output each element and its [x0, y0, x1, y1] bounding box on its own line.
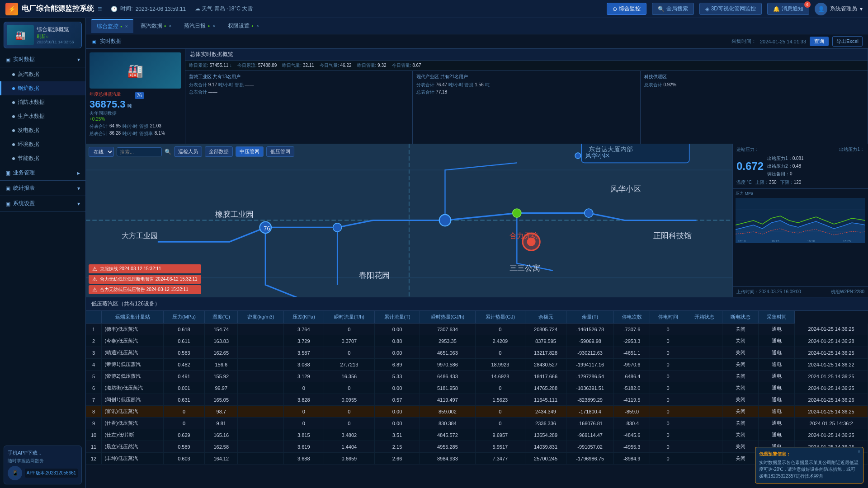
- table-cell: 0.583: [163, 347, 204, 359]
- col-time: 采集时间: [759, 311, 795, 324]
- header-nav: ⊙ 综合监控 🔍 全局搜索 ◈ 3D可视化管网监控 🔔 消息通知 6 👤 系统管…: [607, 3, 863, 15]
- svg-point-6: [439, 215, 451, 226]
- table-row[interactable]: 8(富讯)低压蒸汽098.7000.00859.00202434.349-171…: [86, 406, 868, 418]
- table-cell: [686, 335, 722, 347]
- user-area[interactable]: 👤 系统管理员 ▾: [815, 3, 863, 15]
- sidebar-item-prod-water[interactable]: 生产水数据: [0, 109, 85, 123]
- table-cell: 关闭: [722, 406, 759, 418]
- alert-icon-1: ⚠: [92, 266, 97, 272]
- table-cell: [238, 418, 283, 429]
- table-cell: 0: [650, 324, 686, 335]
- weather-temp: -18°C: [226, 5, 241, 12]
- svg-text:风华小区: 风华小区: [585, 152, 610, 159]
- map-btn-patrol[interactable]: 巡检人员: [174, 146, 202, 157]
- table-cell: 关闭: [722, 453, 759, 465]
- table-cell: -1297286.54: [566, 371, 614, 382]
- table-row[interactable]: 9(仕看)低压蒸汽09.81000.00830.38402336.336-166…: [86, 418, 868, 429]
- col-balance-t: 余量(T): [566, 311, 614, 324]
- table-row[interactable]: 10(仕左)低/片断0.629165.163.8153.48023.514845…: [86, 429, 868, 441]
- table-cell: 164.12: [205, 453, 238, 465]
- table-row[interactable]: 6(滋坊街)低压蒸汽0.00199.97000.005181.958014765…: [86, 382, 868, 394]
- svg-text:大方工业园: 大方工业园: [122, 232, 158, 239]
- stats-rows: 分表合计 64.95 吨/小时 管损 21.03 总表合计 86.28 吨/小时…: [90, 123, 181, 137]
- sidebar-section-header-system[interactable]: ▣ 系统设置 ▾: [0, 196, 85, 211]
- table-row[interactable]: 2(今泰)低压蒸汽0.611163.833.7290.37070.882953.…: [86, 335, 868, 347]
- table-row[interactable]: 3(晴通)低压蒸汽0.583162.653.58700.004651.06301…: [86, 347, 868, 359]
- btn-label-notif: 消息通知: [782, 5, 803, 13]
- section-expand-icon: ▣: [5, 56, 10, 63]
- table-row[interactable]: 4(帝博1)低压蒸汽0.482156.63.08827.72136.899970…: [86, 359, 868, 371]
- table-cell: 2953.35: [420, 335, 475, 347]
- table-row[interactable]: 5(帝博2)低压蒸汽0.491155.923.12916.3565.336486…: [86, 371, 868, 382]
- table-cell: 0: [324, 324, 375, 335]
- sidebar-item-fire-water[interactable]: 消防水数据: [0, 95, 85, 109]
- monitor-icon: ⊙: [613, 6, 617, 12]
- sidebar-section-header-realtime[interactable]: ▣ 实时数据 ▾: [0, 52, 85, 67]
- sidebar-footer: 手机APP下载 ↓ 随时掌握热网数务 📱 APP版本:202312056661: [4, 446, 82, 484]
- tab-close-steam[interactable]: ×: [169, 23, 172, 28]
- tab-steam-data[interactable]: 蒸汽数据 ● ×: [135, 19, 177, 33]
- tab-close-comprehensive[interactable]: ×: [125, 24, 128, 29]
- table-cell: 2024-01-25 14:36:26: [795, 394, 868, 406]
- sidebar-item-boiler-data[interactable]: 锅炉数据: [0, 81, 85, 95]
- table-cell: 2024-01-25 14:36:25: [795, 324, 868, 335]
- menu-icon[interactable]: ≡: [98, 5, 102, 13]
- map-btn-medium[interactable]: 中压管网: [236, 146, 264, 157]
- tab-close-auth[interactable]: ×: [256, 23, 259, 28]
- table-cell: [238, 359, 283, 371]
- table-cell: 2: [86, 335, 102, 347]
- table-cell: 5.33: [375, 371, 420, 382]
- query-button[interactable]: 查询: [810, 37, 829, 46]
- table-cell: 18417.666: [525, 371, 566, 382]
- table-cell: [686, 429, 722, 441]
- table-cell: 162.58: [205, 441, 238, 453]
- table-cell: 3.815: [283, 429, 324, 441]
- flow-unit: 吨/小时: [123, 123, 137, 130]
- export-button[interactable]: 导出Excel: [832, 36, 863, 47]
- tab-comprehensive[interactable]: 综合监控 ● ×: [91, 19, 133, 33]
- table-cell: 0: [650, 441, 686, 453]
- table-cell: 1: [86, 324, 102, 335]
- table-row[interactable]: 11(晨立)低压然汽0.589162.583.6191.44042.154955…: [86, 441, 868, 453]
- 3d-monitor-btn[interactable]: ◈ 3D可视化管网监控: [699, 3, 762, 15]
- map-search-input[interactable]: [117, 147, 162, 156]
- map-search-icon[interactable]: 🔍: [165, 149, 171, 155]
- sidebar-section-header-reports[interactable]: ▣ 统计报表 ▾: [0, 181, 85, 196]
- comprehensive-monitor-btn[interactable]: ⊙ 综合监控: [607, 3, 646, 15]
- sidebar-item-power[interactable]: 发电数据: [0, 123, 85, 137]
- table-cell: 3: [86, 347, 102, 359]
- table-cell: (晴通)低压蒸汽: [102, 347, 164, 359]
- global-search-btn[interactable]: 🔍 全局搜索: [652, 3, 694, 15]
- table-row[interactable]: 7(闻创1)低压然汽0.631165.053.8280.09550.574119…: [86, 394, 868, 406]
- status-select[interactable]: 在线 离线: [89, 147, 114, 157]
- map-btn-all[interactable]: 全部数据: [205, 146, 233, 157]
- sidebar-section-header-business[interactable]: ▣ 业务管理 ▸: [0, 165, 85, 181]
- table-row[interactable]: 12(丰坤)低压蒸汽0.603164.123.6880.66592.668984…: [86, 453, 868, 465]
- table-cell: 0: [475, 324, 525, 335]
- sidebar-app-status: 刷新○: [37, 33, 74, 40]
- range-down: 下限：120: [780, 179, 802, 186]
- table-row[interactable]: 1(德丰)低压蒸汽0.618154.743.76400.007307.63402…: [86, 324, 868, 335]
- map-btn-low[interactable]: 低压管网: [266, 146, 294, 157]
- notification-btn[interactable]: 🔔 消息通知 6: [767, 3, 809, 15]
- table-cell: 5: [86, 371, 102, 382]
- tab-steam-daily[interactable]: 蒸汽日报 ● ×: [179, 19, 221, 33]
- sidebar-dot: [12, 129, 15, 132]
- table-cell: -830.4: [614, 418, 650, 429]
- col-pressure: 压力(MPa): [163, 311, 204, 324]
- v-yflow: 57455.11: [210, 63, 229, 68]
- tab-close-daily[interactable]: ×: [212, 23, 215, 28]
- tab-label-daily: 蒸汽日报: [184, 22, 206, 30]
- tooltip-close[interactable]: ×: [858, 449, 860, 454]
- tab-dot-2: ●: [208, 24, 210, 28]
- tab-auth[interactable]: 权限设置 ● ×: [222, 19, 264, 33]
- sidebar-item-env[interactable]: 环境数据: [0, 137, 85, 151]
- table-cell: -171800.4: [566, 406, 614, 418]
- table-cell: 0.589: [163, 441, 204, 453]
- sidebar-item-energy[interactable]: 节能数据: [0, 151, 85, 165]
- loss-rate-val: 8.1%: [155, 131, 165, 137]
- table-wrap[interactable]: 远端采集计量站 压力(MPa) 温度(℃) 密度(kg/m3) 压差(KPa) …: [86, 311, 868, 488]
- sidebar-item-steam-data[interactable]: 蒸汽数据: [0, 67, 85, 81]
- table-cell: 0.00: [375, 418, 420, 429]
- table-cell: [238, 453, 283, 465]
